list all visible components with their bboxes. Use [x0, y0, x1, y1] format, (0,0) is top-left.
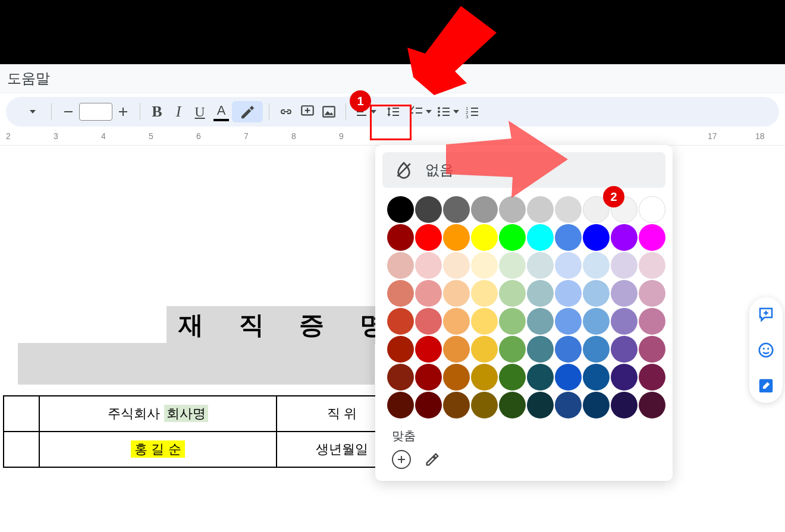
color-swatch[interactable]: [611, 336, 638, 363]
color-swatch[interactable]: [611, 308, 638, 335]
color-swatch[interactable]: [387, 308, 414, 335]
color-swatch[interactable]: [527, 308, 554, 335]
color-swatch[interactable]: [611, 280, 638, 307]
color-swatch[interactable]: [471, 364, 498, 391]
text-color-button[interactable]: A: [211, 101, 232, 122]
color-swatch[interactable]: [443, 308, 470, 335]
table-cell[interactable]: [4, 432, 39, 467]
line-spacing-dropdown[interactable]: [379, 101, 407, 122]
eyedropper-button[interactable]: [423, 450, 442, 469]
color-swatch[interactable]: [415, 280, 442, 307]
color-swatch[interactable]: [611, 392, 638, 418]
color-swatch[interactable]: [415, 308, 442, 335]
color-swatch[interactable]: [639, 252, 665, 279]
comment-plus-icon: [300, 104, 315, 119]
color-swatch[interactable]: [583, 392, 610, 418]
table-cell-name[interactable]: 홍 길 순: [39, 432, 277, 467]
color-swatch[interactable]: [611, 224, 638, 251]
color-swatch[interactable]: [387, 336, 414, 363]
checklist-dropdown[interactable]: [407, 101, 434, 122]
font-size-input[interactable]: [79, 101, 112, 122]
color-swatch[interactable]: [499, 308, 526, 335]
color-swatch[interactable]: [415, 364, 442, 391]
color-swatch[interactable]: [387, 252, 414, 279]
color-swatch[interactable]: [527, 252, 554, 279]
styles-dropdown[interactable]: [18, 101, 45, 122]
color-swatch[interactable]: [415, 392, 442, 418]
color-swatch[interactable]: [527, 280, 554, 307]
color-swatch[interactable]: [471, 336, 498, 363]
color-swatch[interactable]: [387, 392, 414, 418]
bold-button[interactable]: B: [146, 101, 168, 122]
color-swatch[interactable]: [639, 336, 665, 363]
color-swatch[interactable]: [443, 364, 470, 391]
color-swatch[interactable]: [499, 224, 526, 251]
add-custom-color-button[interactable]: [392, 450, 411, 469]
color-swatch[interactable]: [527, 336, 554, 363]
menu-help[interactable]: 도움말: [7, 70, 50, 86]
color-swatch[interactable]: [611, 252, 638, 279]
color-swatch[interactable]: [527, 364, 554, 391]
color-swatch[interactable]: [499, 280, 526, 307]
color-swatch[interactable]: [555, 280, 582, 307]
color-swatch[interactable]: [499, 336, 526, 363]
insert-image-button[interactable]: [318, 101, 340, 122]
color-swatch[interactable]: [639, 280, 665, 307]
highlight-color-button[interactable]: [232, 101, 263, 122]
ruler-num: 9: [339, 131, 344, 141]
color-swatch[interactable]: [387, 224, 414, 251]
emoji-reaction-button[interactable]: [757, 341, 775, 359]
color-swatch[interactable]: [387, 280, 414, 307]
color-swatch[interactable]: [415, 336, 442, 363]
add-comment-side-button[interactable]: [757, 306, 775, 323]
color-swatch[interactable]: [499, 252, 526, 279]
add-comment-button[interactable]: [297, 101, 318, 122]
color-swatch[interactable]: [415, 196, 442, 223]
color-swatch[interactable]: [639, 308, 665, 335]
color-swatch[interactable]: [443, 224, 470, 251]
suggest-edits-button[interactable]: [757, 377, 775, 395]
color-swatch[interactable]: [499, 392, 526, 418]
font-size-decrease-button[interactable]: [58, 101, 79, 122]
color-swatch[interactable]: [415, 252, 442, 279]
color-swatch[interactable]: [583, 364, 610, 391]
color-swatch[interactable]: [387, 196, 414, 223]
italic-button[interactable]: I: [168, 101, 189, 122]
table-cell[interactable]: [4, 396, 39, 432]
color-swatch[interactable]: [443, 280, 470, 307]
color-swatch[interactable]: [639, 392, 665, 418]
color-swatch[interactable]: [527, 392, 554, 418]
color-swatch[interactable]: [639, 196, 665, 223]
table-cell-company[interactable]: 주식회사 회사명: [39, 396, 277, 432]
color-swatch[interactable]: [443, 392, 470, 418]
color-swatch[interactable]: [639, 364, 665, 391]
color-swatch[interactable]: [415, 224, 442, 251]
color-swatch[interactable]: [471, 392, 498, 418]
color-swatch[interactable]: [471, 280, 498, 307]
color-swatch[interactable]: [471, 252, 498, 279]
color-swatch[interactable]: [611, 364, 638, 391]
color-swatch[interactable]: [471, 308, 498, 335]
color-swatch[interactable]: [583, 308, 610, 335]
color-swatch[interactable]: [555, 252, 582, 279]
color-swatch[interactable]: [583, 224, 610, 251]
color-swatch[interactable]: [555, 224, 582, 251]
color-swatch[interactable]: [527, 224, 554, 251]
color-swatch[interactable]: [583, 280, 610, 307]
underline-button[interactable]: U: [189, 101, 211, 122]
color-swatch[interactable]: [639, 224, 665, 251]
color-swatch[interactable]: [443, 252, 470, 279]
color-swatch[interactable]: [583, 252, 610, 279]
color-swatch[interactable]: [555, 392, 582, 418]
insert-link-button[interactable]: [275, 101, 297, 122]
color-swatch[interactable]: [555, 336, 582, 363]
color-swatch[interactable]: [499, 364, 526, 391]
color-swatch[interactable]: [583, 336, 610, 363]
font-size-increase-button[interactable]: [112, 101, 134, 122]
color-swatch[interactable]: [471, 224, 498, 251]
color-swatch[interactable]: [555, 308, 582, 335]
color-swatch[interactable]: [387, 364, 414, 391]
color-swatch[interactable]: [555, 364, 582, 391]
color-swatch[interactable]: [443, 336, 470, 363]
link-icon: [278, 106, 294, 118]
